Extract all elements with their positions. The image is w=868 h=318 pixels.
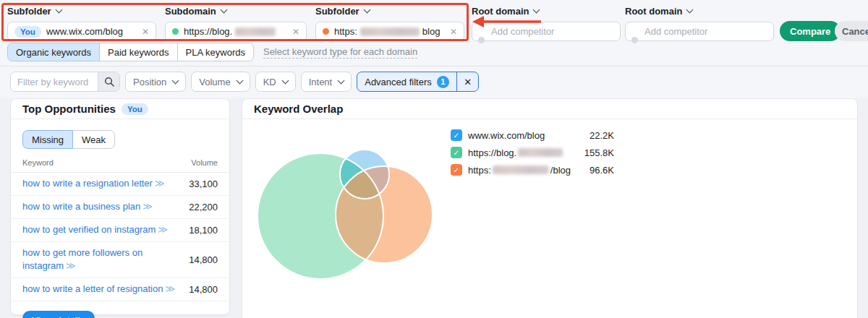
domain-type-label: Subfolder [315,6,359,17]
volume-value: 33,100 [189,179,218,189]
double-arrow-icon: ≫ [158,224,168,235]
chevron-down-icon [338,77,345,84]
toggle-weak[interactable]: Weak [72,130,115,149]
toggle-missing[interactable]: Missing [22,130,73,149]
blurred-text [493,166,549,174]
filter-count-badge: 1 [437,76,449,88]
legend-label: https://blog. [468,147,579,158]
add-competitor-input[interactable] [625,22,774,41]
intent-filter-dropdown[interactable]: Intent [301,72,352,92]
domain-selector-4: Root domain [472,6,621,41]
keyword-filter-input[interactable] [11,72,98,91]
domain-input-3[interactable]: https:blog ✕ [315,22,464,41]
chevron-down-icon [533,7,540,14]
filter-bar: Position Volume KD Intent Advanced filte… [10,72,479,92]
table-row: how to write a resignation letter≫ 33,10… [11,173,229,196]
orange-dot-icon [323,28,329,35]
chevron-down-icon [281,77,289,84]
table-row: how to get verified on instagram≫ 18,100 [11,219,229,242]
keyword-type-hint: Select keyword type for each domain [263,46,417,59]
domain-value: https://blog. [184,26,287,37]
legend-row: ✓ www.wix.com/blog 22.2K [451,126,614,144]
double-arrow-icon: ≫ [155,178,165,189]
you-badge: You [122,103,148,115]
legend-value: 96.6K [590,165,614,176]
position-filter-dropdown[interactable]: Position [125,72,186,92]
keyword-link[interactable]: how to write a resignation letter≫ [22,177,183,191]
panel-title: Top Opportunities [22,103,116,115]
add-competitor-input[interactable] [472,22,621,41]
keyword-link[interactable]: how to get more followers on instagram≫ [22,246,183,274]
chevron-down-icon [363,7,370,14]
double-arrow-icon: ≫ [165,283,175,294]
volume-value: 18,100 [189,225,218,236]
tab-pla-keywords[interactable]: PLA keywords [177,43,254,61]
volume-value: 14,800 [189,254,218,265]
legend-row: ✓ https://blog. 155.8K [451,144,614,161]
domain-type-label: Subfolder [7,6,51,17]
keyword-link[interactable]: how to write a letter of resignation≫ [22,283,183,296]
advanced-filters-group: Advanced filters 1 ✕ [357,72,479,92]
domain-input-1[interactable]: You www.wix.com/blog ✕ [7,22,156,41]
double-arrow-icon: ≫ [66,260,76,271]
keyword-overlap-panel: Keyword Overlap ✓ www.wix.com/blog 22.2K… [242,98,858,318]
domain-value: www.wix.com/blog [46,26,137,37]
tab-organic-keywords[interactable]: Organic keywords [7,43,100,61]
blurred-text [518,148,563,157]
chevron-down-icon [172,77,179,84]
keyword-link[interactable]: how to write a business plan≫ [22,200,183,214]
legend-value: 155.8K [584,147,614,158]
table-row: how to get more followers on instagram≫ … [11,242,229,279]
kd-filter-dropdown[interactable]: KD [255,72,296,92]
close-icon[interactable]: ✕ [142,27,149,37]
volume-value: 22,200 [189,202,218,212]
advanced-filters-button[interactable]: Advanced filters 1 [357,72,456,91]
domain-input-2[interactable]: https://blog. ✕ [165,22,307,41]
top-opportunities-panel: Top Opportunities You Missing Weak Keywo… [10,98,230,315]
legend-label: https:/blog [468,165,584,176]
double-arrow-icon: ≫ [142,201,153,212]
domain-type-dropdown-5[interactable]: Root domain [625,6,774,17]
search-button[interactable] [98,72,119,91]
domain-type-dropdown-4[interactable]: Root domain [472,6,621,17]
chevron-down-icon [236,77,243,84]
you-badge: You [14,26,41,38]
keyword-overlap-header: Keyword Overlap [242,99,857,119]
gray-dot-icon [631,37,638,43]
search-icon [104,77,114,87]
cancel-button[interactable]: Cancel [835,21,868,41]
volume-filter-dropdown[interactable]: Volume [191,72,250,92]
domain-type-dropdown-3[interactable]: Subfolder [315,6,464,17]
close-icon[interactable]: ✕ [450,27,457,37]
column-keyword: Keyword [22,158,54,167]
tab-paid-keywords[interactable]: Paid keywords [99,43,178,61]
overlap-legend: ✓ www.wix.com/blog 22.2K ✓ https://blog.… [451,126,614,179]
domain-type-label: Root domain [472,6,529,17]
legend-value: 22.2K [590,130,614,141]
view-details-button[interactable]: View details [22,311,95,318]
legend-label: www.wix.com/blog [468,130,584,141]
blurred-text [235,27,276,36]
domain-type-dropdown-2[interactable]: Subdomain [165,6,307,17]
table-row: how to write a letter of resignation≫ 14… [11,278,229,301]
chevron-down-icon [220,7,227,14]
compare-button[interactable]: Compare [780,21,841,41]
clear-advanced-filters-button[interactable]: ✕ [457,72,478,91]
domain-selector-5: Root domain [625,6,774,41]
venn-diagram [257,147,435,281]
domain-type-label: Root domain [625,6,682,17]
keyword-link[interactable]: how to get verified on instagram≫ [22,223,183,237]
checkbox-checked[interactable]: ✓ [451,147,462,158]
checkbox-checked[interactable]: ✓ [451,129,462,141]
divider [0,66,868,66]
keyword-filter-group [10,72,120,92]
missing-weak-toggle: Missing Weak [22,130,115,149]
domain-type-dropdown-1[interactable]: Subfolder [7,6,156,17]
domain-type-label: Subdomain [165,6,216,17]
keyword-type-tabs: Organic keywords Paid keywords PLA keywo… [7,43,417,61]
table-row: how to write a business plan≫ 22,200 [11,196,229,219]
close-icon[interactable]: ✕ [292,27,299,37]
domain-value: https:blog [334,26,445,37]
domain-selector-2: Subdomain https://blog. ✕ [165,6,307,41]
checkbox-checked[interactable]: ✓ [451,164,462,176]
